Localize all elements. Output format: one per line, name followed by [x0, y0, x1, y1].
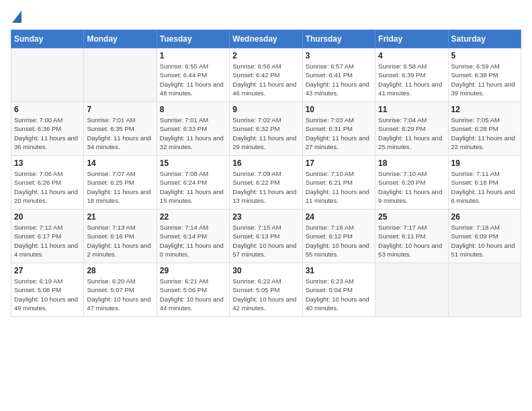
calendar-cell: 13Sunrise: 7:06 AM Sunset: 6:26 PM Dayli…: [11, 156, 84, 210]
calendar-cell: 15Sunrise: 7:08 AM Sunset: 6:24 PM Dayli…: [157, 156, 229, 210]
header: [11, 11, 521, 23]
day-number: 19: [451, 158, 518, 168]
day-number: 23: [232, 212, 299, 222]
weekday-header-sunday: Sunday: [11, 30, 84, 48]
day-info: Sunrise: 7:16 AM Sunset: 6:12 PM Dayligh…: [306, 223, 372, 259]
day-number: 28: [87, 266, 153, 275]
weekday-header-saturday: Saturday: [448, 30, 521, 48]
day-number: 25: [378, 212, 445, 222]
day-info: Sunrise: 6:57 AM Sunset: 6:41 PM Dayligh…: [306, 62, 372, 97]
day-number: 4: [378, 51, 445, 60]
day-info: Sunrise: 7:10 AM Sunset: 6:21 PM Dayligh…: [306, 169, 372, 205]
calendar-cell: 21Sunrise: 7:13 AM Sunset: 6:16 PM Dayli…: [84, 210, 157, 263]
day-info: Sunrise: 6:20 AM Sunset: 5:07 PM Dayligh…: [87, 277, 153, 312]
calendar-body: 1Sunrise: 6:55 AM Sunset: 6:44 PM Daylig…: [11, 48, 521, 317]
logo-triangle-icon: [12, 9, 21, 23]
day-info: Sunrise: 6:58 AM Sunset: 6:39 PM Dayligh…: [378, 62, 445, 97]
weekday-header-thursday: Thursday: [302, 30, 375, 48]
calendar-cell: 1Sunrise: 6:55 AM Sunset: 6:44 PM Daylig…: [157, 48, 229, 102]
calendar-cell: 27Sunrise: 6:19 AM Sunset: 5:08 PM Dayli…: [11, 263, 84, 317]
day-info: Sunrise: 6:56 AM Sunset: 6:42 PM Dayligh…: [232, 62, 299, 97]
weekday-header-monday: Monday: [84, 30, 157, 48]
day-info: Sunrise: 7:15 AM Sunset: 6:13 PM Dayligh…: [232, 223, 299, 259]
day-info: Sunrise: 7:13 AM Sunset: 6:16 PM Dayligh…: [87, 223, 153, 259]
day-number: 26: [451, 212, 518, 222]
day-info: Sunrise: 7:01 AM Sunset: 6:33 PM Dayligh…: [160, 116, 226, 151]
calendar-cell: 16Sunrise: 7:09 AM Sunset: 6:22 PM Dayli…: [230, 156, 302, 210]
day-info: Sunrise: 6:21 AM Sunset: 5:06 PM Dayligh…: [160, 277, 226, 312]
calendar-cell: 11Sunrise: 7:04 AM Sunset: 6:29 PM Dayli…: [375, 102, 448, 156]
weekday-header-tuesday: Tuesday: [157, 30, 229, 48]
day-info: Sunrise: 6:19 AM Sunset: 5:08 PM Dayligh…: [14, 277, 81, 312]
day-number: 20: [14, 212, 81, 222]
calendar-cell: 6Sunrise: 7:00 AM Sunset: 6:36 PM Daylig…: [11, 102, 84, 156]
calendar-cell: [84, 48, 157, 102]
day-number: 18: [378, 158, 445, 168]
day-info: Sunrise: 7:17 AM Sunset: 6:11 PM Dayligh…: [378, 223, 445, 259]
day-number: 5: [451, 51, 518, 60]
calendar-cell: 29Sunrise: 6:21 AM Sunset: 5:06 PM Dayli…: [157, 263, 229, 317]
calendar-cell: 28Sunrise: 6:20 AM Sunset: 5:07 PM Dayli…: [84, 263, 157, 317]
day-info: Sunrise: 7:04 AM Sunset: 6:29 PM Dayligh…: [378, 116, 445, 151]
calendar-table: SundayMondayTuesdayWednesdayThursdayFrid…: [11, 30, 521, 317]
day-info: Sunrise: 6:22 AM Sunset: 5:05 PM Dayligh…: [232, 277, 299, 312]
day-info: Sunrise: 7:12 AM Sunset: 6:17 PM Dayligh…: [14, 223, 81, 259]
day-info: Sunrise: 6:59 AM Sunset: 6:38 PM Dayligh…: [451, 62, 518, 97]
day-number: 21: [87, 212, 153, 222]
day-number: 24: [306, 212, 372, 222]
calendar-cell: 10Sunrise: 7:03 AM Sunset: 6:31 PM Dayli…: [302, 102, 375, 156]
day-number: 15: [160, 158, 226, 168]
day-number: 12: [451, 105, 518, 114]
calendar-week-5: 27Sunrise: 6:19 AM Sunset: 5:08 PM Dayli…: [11, 263, 521, 317]
day-number: 13: [14, 158, 81, 168]
day-number: 6: [14, 105, 81, 114]
calendar-week-1: 1Sunrise: 6:55 AM Sunset: 6:44 PM Daylig…: [11, 48, 521, 102]
calendar-cell: 31Sunrise: 6:23 AM Sunset: 5:04 PM Dayli…: [302, 263, 375, 317]
calendar-week-2: 6Sunrise: 7:00 AM Sunset: 6:36 PM Daylig…: [11, 102, 521, 156]
calendar-cell: 25Sunrise: 7:17 AM Sunset: 6:11 PM Dayli…: [375, 210, 448, 263]
calendar-cell: 24Sunrise: 7:16 AM Sunset: 6:12 PM Dayli…: [302, 210, 375, 263]
day-info: Sunrise: 6:55 AM Sunset: 6:44 PM Dayligh…: [160, 62, 226, 97]
calendar-cell: [375, 263, 448, 317]
calendar-cell: 5Sunrise: 6:59 AM Sunset: 6:38 PM Daylig…: [448, 48, 521, 102]
day-number: 9: [232, 105, 299, 114]
svg-marker-0: [12, 11, 21, 23]
calendar-cell: 19Sunrise: 7:11 AM Sunset: 6:18 PM Dayli…: [448, 156, 521, 210]
day-number: 2: [232, 51, 299, 60]
day-info: Sunrise: 7:06 AM Sunset: 6:26 PM Dayligh…: [14, 169, 81, 205]
day-info: Sunrise: 7:08 AM Sunset: 6:24 PM Dayligh…: [160, 169, 226, 205]
day-info: Sunrise: 7:02 AM Sunset: 6:32 PM Dayligh…: [232, 116, 299, 151]
day-number: 29: [160, 266, 226, 275]
calendar-cell: 14Sunrise: 7:07 AM Sunset: 6:25 PM Dayli…: [84, 156, 157, 210]
day-info: Sunrise: 7:05 AM Sunset: 6:28 PM Dayligh…: [451, 116, 518, 151]
calendar-cell: 7Sunrise: 7:01 AM Sunset: 6:35 PM Daylig…: [84, 102, 157, 156]
day-number: 11: [378, 105, 445, 114]
calendar-cell: 26Sunrise: 7:18 AM Sunset: 6:09 PM Dayli…: [448, 210, 521, 263]
calendar-cell: 9Sunrise: 7:02 AM Sunset: 6:32 PM Daylig…: [230, 102, 302, 156]
calendar-cell: 8Sunrise: 7:01 AM Sunset: 6:33 PM Daylig…: [157, 102, 229, 156]
day-number: 1: [160, 51, 226, 60]
calendar-header: SundayMondayTuesdayWednesdayThursdayFrid…: [11, 30, 521, 48]
day-number: 8: [160, 105, 226, 114]
calendar-cell: 12Sunrise: 7:05 AM Sunset: 6:28 PM Dayli…: [448, 102, 521, 156]
day-info: Sunrise: 7:01 AM Sunset: 6:35 PM Dayligh…: [87, 116, 153, 151]
weekday-header-friday: Friday: [375, 30, 448, 48]
day-number: 30: [232, 266, 299, 275]
day-number: 22: [160, 212, 226, 222]
day-info: Sunrise: 7:18 AM Sunset: 6:09 PM Dayligh…: [451, 223, 518, 259]
calendar-cell: [448, 263, 521, 317]
day-number: 27: [14, 266, 81, 275]
calendar-cell: 3Sunrise: 6:57 AM Sunset: 6:41 PM Daylig…: [302, 48, 375, 102]
calendar-cell: 20Sunrise: 7:12 AM Sunset: 6:17 PM Dayli…: [11, 210, 84, 263]
calendar-cell: 22Sunrise: 7:14 AM Sunset: 6:14 PM Dayli…: [157, 210, 229, 263]
day-info: Sunrise: 7:07 AM Sunset: 6:25 PM Dayligh…: [87, 169, 153, 205]
day-info: Sunrise: 6:23 AM Sunset: 5:04 PM Dayligh…: [306, 277, 372, 312]
day-info: Sunrise: 7:11 AM Sunset: 6:18 PM Dayligh…: [451, 169, 518, 205]
calendar-cell: 17Sunrise: 7:10 AM Sunset: 6:21 PM Dayli…: [302, 156, 375, 210]
calendar-cell: 30Sunrise: 6:22 AM Sunset: 5:05 PM Dayli…: [230, 263, 302, 317]
calendar-cell: 23Sunrise: 7:15 AM Sunset: 6:13 PM Dayli…: [230, 210, 302, 263]
day-info: Sunrise: 7:14 AM Sunset: 6:14 PM Dayligh…: [160, 223, 226, 259]
day-info: Sunrise: 7:09 AM Sunset: 6:22 PM Dayligh…: [232, 169, 299, 205]
calendar-cell: [11, 48, 84, 102]
day-number: 10: [306, 105, 372, 114]
